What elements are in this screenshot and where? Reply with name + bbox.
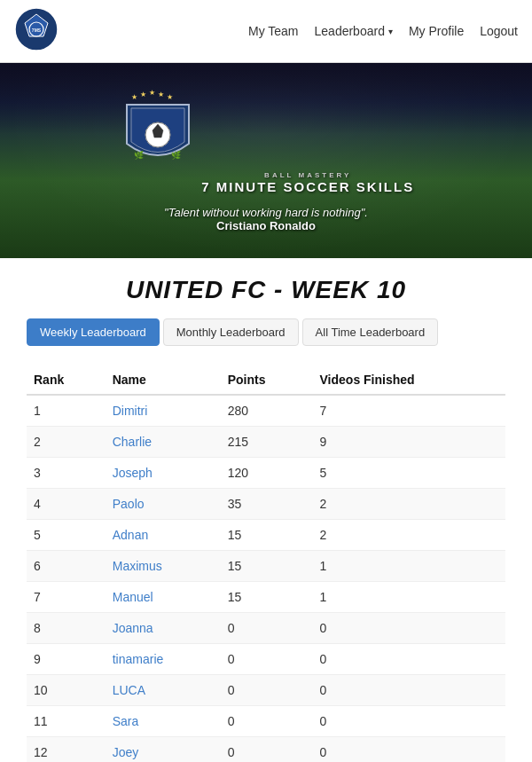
monthly-tab[interactable]: Monthly Leaderboard bbox=[163, 318, 299, 346]
leaderboard-link[interactable]: Leaderboard ▾ bbox=[315, 24, 393, 38]
table-row: 12 Joey 0 0 bbox=[27, 737, 505, 763]
cell-videos: 0 bbox=[313, 737, 505, 763]
cell-videos: 1 bbox=[313, 582, 505, 613]
logout-link[interactable]: Logout bbox=[480, 24, 518, 38]
cell-videos: 2 bbox=[313, 489, 505, 520]
logo[interactable]: 7MS bbox=[14, 7, 59, 55]
cell-rank: 7 bbox=[27, 582, 106, 613]
table-row: 8 Joanna 0 0 bbox=[27, 613, 505, 644]
svg-text:★: ★ bbox=[158, 90, 164, 98]
cell-points: 120 bbox=[221, 458, 313, 489]
svg-text:🌿: 🌿 bbox=[171, 150, 182, 161]
cell-rank: 2 bbox=[27, 427, 106, 458]
hero-banner: ★ ★ ★ ★ ★ 🌿 🌿 BALL MASTERY 7 MINUTE SOCC… bbox=[0, 63, 532, 258]
cell-points: 0 bbox=[221, 737, 313, 763]
cell-name[interactable]: Joanna bbox=[106, 613, 221, 644]
cell-rank: 11 bbox=[27, 706, 106, 737]
weekly-tab[interactable]: Weekly Leaderboard bbox=[27, 318, 160, 346]
cell-name[interactable]: Paolo bbox=[106, 489, 221, 520]
svg-text:★: ★ bbox=[140, 90, 146, 98]
brand-name: 7 MINUTE SOCCER SKILLS bbox=[201, 180, 414, 195]
cell-name[interactable]: Joseph bbox=[106, 458, 221, 489]
cell-name[interactable]: Adnan bbox=[106, 520, 221, 551]
cell-points: 0 bbox=[221, 613, 313, 644]
cell-points: 15 bbox=[221, 551, 313, 582]
table-row: 10 LUCA 0 0 bbox=[27, 675, 505, 706]
svg-text:★: ★ bbox=[167, 93, 173, 101]
cell-points: 280 bbox=[221, 395, 313, 427]
cell-points: 215 bbox=[221, 427, 313, 458]
cell-rank: 3 bbox=[27, 458, 106, 489]
cell-points: 0 bbox=[221, 644, 313, 675]
my-profile-link[interactable]: My Profile bbox=[409, 24, 464, 38]
cell-rank: 9 bbox=[27, 644, 106, 675]
col-rank: Rank bbox=[27, 364, 106, 395]
table-row: 3 Joseph 120 5 bbox=[27, 458, 505, 489]
cell-name[interactable]: LUCA bbox=[106, 675, 221, 706]
table-row: 1 Dimitri 280 7 bbox=[27, 395, 505, 427]
hero-logo: ★ ★ ★ ★ ★ 🌿 🌿 BALL MASTERY 7 MINUTE SOCC… bbox=[118, 89, 414, 194]
cell-name[interactable]: Joey bbox=[106, 737, 221, 763]
cell-points: 15 bbox=[221, 520, 313, 551]
cell-points: 0 bbox=[221, 675, 313, 706]
cell-videos: 1 bbox=[313, 551, 505, 582]
svg-text:7MS: 7MS bbox=[32, 27, 42, 33]
cell-name[interactable]: Sara bbox=[106, 706, 221, 737]
cell-videos: 9 bbox=[313, 427, 505, 458]
cell-name[interactable]: Dimitri bbox=[106, 395, 221, 427]
table-row: 6 Maximus 15 1 bbox=[27, 551, 505, 582]
main-content: UNITED FC - WEEK 10 Weekly Leaderboard M… bbox=[0, 258, 532, 762]
col-videos: Videos Finished bbox=[313, 364, 505, 395]
cell-rank: 5 bbox=[27, 520, 106, 551]
cell-videos: 0 bbox=[313, 613, 505, 644]
page-title: UNITED FC - WEEK 10 bbox=[27, 276, 505, 304]
navbar: 7MS My Team Leaderboard ▾ My Profile Log… bbox=[0, 0, 532, 63]
leaderboard-table: Rank Name Points Videos Finished 1 Dimit… bbox=[27, 364, 505, 762]
cell-points: 15 bbox=[221, 582, 313, 613]
cell-rank: 1 bbox=[27, 395, 106, 427]
cell-rank: 10 bbox=[27, 675, 106, 706]
table-row: 11 Sara 0 0 bbox=[27, 706, 505, 737]
hero-quote: "Talent without working hard is nothing"… bbox=[146, 206, 386, 232]
svg-text:🌿: 🌿 bbox=[134, 150, 145, 161]
cell-rank: 4 bbox=[27, 489, 106, 520]
table-row: 2 Charlie 215 9 bbox=[27, 427, 505, 458]
table-row: 5 Adnan 15 2 bbox=[27, 520, 505, 551]
cell-videos: 0 bbox=[313, 644, 505, 675]
table-row: 4 Paolo 35 2 bbox=[27, 489, 505, 520]
cell-points: 35 bbox=[221, 489, 313, 520]
tab-bar: Weekly Leaderboard Monthly Leaderboard A… bbox=[27, 318, 505, 346]
cell-name[interactable]: Charlie bbox=[106, 427, 221, 458]
my-team-link[interactable]: My Team bbox=[248, 24, 299, 38]
cell-rank: 12 bbox=[27, 737, 106, 763]
cell-name[interactable]: tinamarie bbox=[106, 644, 221, 675]
cell-points: 0 bbox=[221, 706, 313, 737]
cell-rank: 8 bbox=[27, 613, 106, 644]
table-row: 9 tinamarie 0 0 bbox=[27, 644, 505, 675]
col-name: Name bbox=[106, 364, 221, 395]
svg-text:★: ★ bbox=[131, 93, 137, 101]
chevron-down-icon: ▾ bbox=[388, 27, 393, 36]
cell-videos: 5 bbox=[313, 458, 505, 489]
alltime-tab[interactable]: All Time Leaderboard bbox=[302, 318, 439, 346]
cell-videos: 0 bbox=[313, 706, 505, 737]
cell-name[interactable]: Maximus bbox=[106, 551, 221, 582]
cell-rank: 6 bbox=[27, 551, 106, 582]
cell-videos: 0 bbox=[313, 675, 505, 706]
cell-name[interactable]: Manuel bbox=[106, 582, 221, 613]
col-points: Points bbox=[221, 364, 313, 395]
table-row: 7 Manuel 15 1 bbox=[27, 582, 505, 613]
cell-videos: 2 bbox=[313, 520, 505, 551]
nav-links: My Team Leaderboard ▾ My Profile Logout bbox=[248, 24, 518, 38]
cell-videos: 7 bbox=[313, 395, 505, 427]
svg-text:★: ★ bbox=[149, 89, 155, 97]
